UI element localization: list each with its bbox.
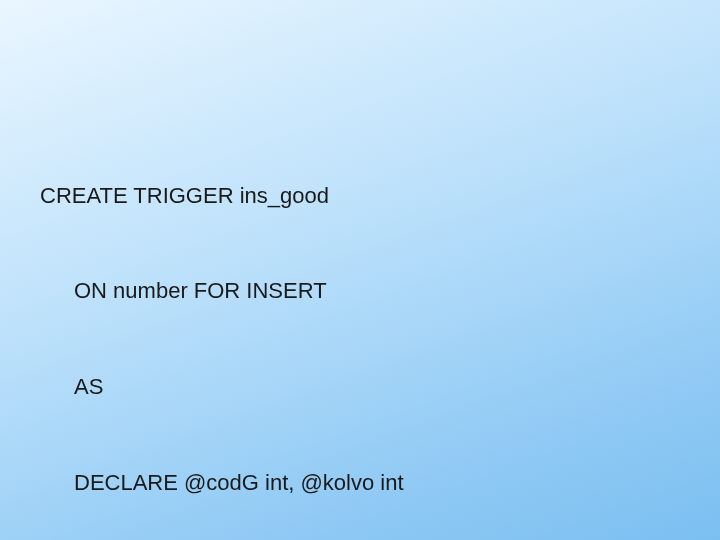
sql-code-block: CREATE TRIGGER ins_good ON number FOR IN… [40, 116, 501, 540]
code-line: DECLARE @codG int, @kolvo int [40, 467, 501, 499]
code-line: AS [40, 371, 501, 403]
slide: CREATE TRIGGER ins_good ON number FOR IN… [0, 0, 720, 540]
code-line: ON number FOR INSERT [40, 275, 501, 307]
code-line: CREATE TRIGGER ins_good [40, 180, 501, 212]
